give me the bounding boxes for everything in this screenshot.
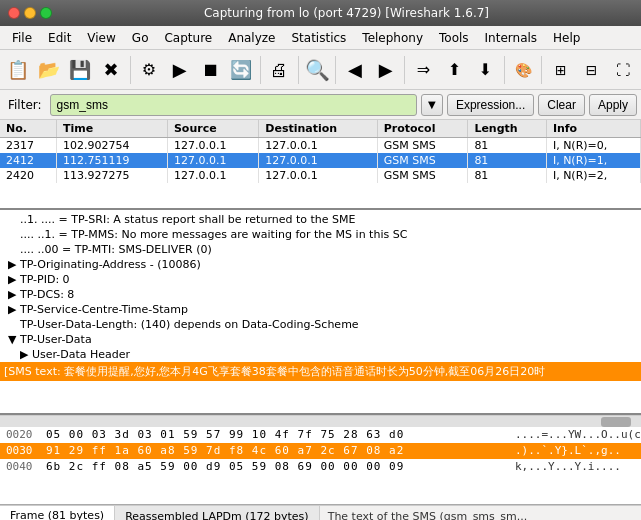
hex-row: 003091 29 ff 1a 60 a8 59 7d f8 4c 60 a7 … [0,443,641,459]
hex-ascii: k,...Y...Y.i.... [515,460,635,474]
hex-ascii: ....=...YW...O..u(c. [515,428,635,442]
detail-line[interactable]: ▶ User-Data Header [0,347,641,362]
detail-line: .... ..00 = TP-MTI: SMS-DELIVER (0) [0,242,641,257]
bottom-icon[interactable]: ⬇ [471,54,500,86]
hex-row: 00406b 2c ff 08 a5 59 00 d9 05 59 08 69 … [0,459,641,475]
hex-bytes: 6b 2c ff 08 a5 59 00 d9 05 59 08 69 00 0… [46,460,515,474]
new-capture-icon[interactable]: 📋 [4,54,33,86]
col-source: Source [167,120,258,138]
col-length: Length [468,120,547,138]
start-capture-icon[interactable]: ▶ [165,54,194,86]
scrollbar-thumb[interactable] [601,417,631,427]
hex-bytes: 91 29 ff 1a 60 a8 59 7d f8 4c 60 a7 2c 6… [46,444,515,458]
hex-offset: 0030 [6,444,46,458]
sms-text-highlight: [SMS text: 套餐使用提醒,您好,您本月4G飞享套餐38套餐中包含的语音… [0,362,641,381]
menu-help[interactable]: Help [545,29,588,47]
hex-offset: 0020 [6,428,46,442]
expression-button[interactable]: Expression... [447,94,534,116]
table-row[interactable]: 2420113.927275127.0.0.1127.0.0.1GSM SMS8… [0,168,641,183]
options-icon[interactable]: ⚙ [134,54,163,86]
detail-line[interactable]: ▶ TP-Originating-Address - (10086) [0,257,641,272]
hex-ascii: .)..`.Y}.L`.,g.. [515,444,635,458]
table-row[interactable]: 2317102.902754127.0.0.1127.0.0.1GSM SMS8… [0,138,641,154]
menu-tools[interactable]: Tools [431,29,477,47]
col-protocol: Protocol [377,120,468,138]
col-time: Time [57,120,168,138]
toolbar-separator-7 [541,56,542,84]
col-destination: Destination [259,120,377,138]
forward-icon[interactable]: ▶ [371,54,400,86]
horizontal-scrollbar[interactable] [0,415,641,427]
back-icon[interactable]: ◀ [340,54,369,86]
stop-capture-icon[interactable]: ⏹ [196,54,225,86]
detail-line[interactable]: ▶ TP-DCS: 8 [0,287,641,302]
toolbar-separator-3 [298,56,299,84]
toolbar-separator-4 [335,56,336,84]
window-title: Capturing from lo (port 4729) [Wireshark… [60,6,633,20]
coloring-icon[interactable]: 🎨 [509,54,538,86]
print-icon[interactable]: 🖨 [265,54,294,86]
toolbar-separator-1 [130,56,131,84]
reassembled-tab[interactable]: Reassembled LAPDm (172 bytes) [115,506,320,520]
toolbar-separator-2 [260,56,261,84]
detail-line: .... ..1. = TP-MMS: No more messages are… [0,227,641,242]
apply-button[interactable]: Apply [589,94,637,116]
menu-capture[interactable]: Capture [156,29,220,47]
status-info: The text of the SMS (gsm_sms_sm... [320,510,641,520]
hex-bytes: 05 00 03 3d 03 01 59 57 99 10 4f 7f 75 2… [46,428,515,442]
filter-input[interactable] [50,94,417,116]
toolbar-separator-6 [504,56,505,84]
hex-dump: 002005 00 03 3d 03 01 59 57 99 10 4f 7f … [0,427,641,505]
menu-analyze[interactable]: Analyze [220,29,283,47]
toolbar-separator-5 [404,56,405,84]
packet-list: No. Time Source Destination Protocol Len… [0,120,641,210]
open-icon[interactable]: 📂 [35,54,64,86]
col-info: Info [546,120,640,138]
filter-dropdown-arrow[interactable]: ▼ [421,94,443,116]
menu-go[interactable]: Go [124,29,157,47]
filterbar: Filter: ▼ Expression... Clear Apply [0,90,641,120]
menubar: File Edit View Go Capture Analyze Statis… [0,26,641,50]
statusbar: Frame (81 bytes) Reassembled LAPDm (172 … [0,505,641,520]
hex-row: 002005 00 03 3d 03 01 59 57 99 10 4f 7f … [0,427,641,443]
table-row[interactable]: 2412112.751119127.0.0.1127.0.0.1GSM SMS8… [0,153,641,168]
minimize-button[interactable] [24,7,36,19]
hex-offset: 0040 [6,460,46,474]
packet-detail: ..1. .... = TP-SRI: A status report shal… [0,210,641,415]
menu-view[interactable]: View [79,29,123,47]
frame-tab[interactable]: Frame (81 bytes) [0,506,115,520]
jump-to-icon[interactable]: ⇒ [409,54,438,86]
top-icon[interactable]: ⬆ [440,54,469,86]
col-no: No. [0,120,57,138]
zoom-out-icon[interactable]: ⊟ [577,54,606,86]
menu-statistics[interactable]: Statistics [283,29,354,47]
close-capture-icon[interactable]: ✖ [97,54,126,86]
maximize-button[interactable] [40,7,52,19]
save-icon[interactable]: 💾 [66,54,95,86]
clear-button[interactable]: Clear [538,94,585,116]
detail-line: TP-User-Data-Length: (140) depends on Da… [0,317,641,332]
menu-internals[interactable]: Internals [477,29,546,47]
menu-edit[interactable]: Edit [40,29,79,47]
fullscreen-icon[interactable]: ⛶ [608,54,637,86]
filter-label: Filter: [4,98,46,112]
window-controls[interactable] [8,7,52,19]
detail-line: ..1. .... = TP-SRI: A status report shal… [0,212,641,227]
titlebar: Capturing from lo (port 4729) [Wireshark… [0,0,641,26]
toolbar: 📋 📂 💾 ✖ ⚙ ▶ ⏹ 🔄 🖨 🔍 ◀ ▶ ⇒ ⬆ ⬇ 🎨 ⊞ ⊟ ⛶ [0,50,641,90]
restart-capture-icon[interactable]: 🔄 [227,54,256,86]
detail-line[interactable]: ▶ TP-Service-Centre-Time-Stamp [0,302,641,317]
zoom-in-icon[interactable]: ⊞ [546,54,575,86]
detail-line[interactable]: ▼ TP-User-Data [0,332,641,347]
find-icon[interactable]: 🔍 [303,54,332,86]
menu-telephony[interactable]: Telephony [354,29,431,47]
detail-line[interactable]: ▶ TP-PID: 0 [0,272,641,287]
close-button[interactable] [8,7,20,19]
menu-file[interactable]: File [4,29,40,47]
